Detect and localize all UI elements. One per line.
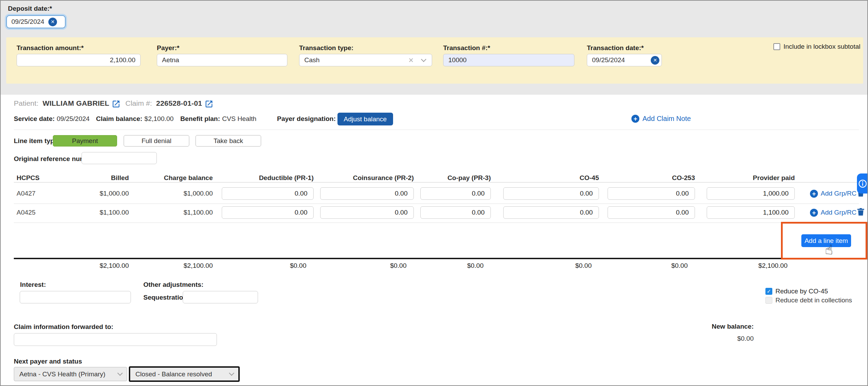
reduce-co45-row: ✓ Reduce by CO-45 — [765, 288, 828, 295]
payer-input[interactable] — [157, 54, 287, 66]
header-co45: CO-45 — [491, 174, 599, 182]
provider-paid-input[interactable] — [707, 206, 795, 219]
total-co45: $0.00 — [491, 262, 599, 270]
patient-name: WILLIAM GABRIEL — [42, 99, 109, 107]
header-hcpcs: HCPCS — [17, 174, 65, 182]
transaction-date-label: Transaction date:* — [587, 44, 644, 52]
transaction-number-input[interactable] — [443, 54, 574, 66]
chevron-down-icon — [117, 370, 123, 376]
chevron-down-icon — [421, 57, 427, 62]
service-date: Service date:09/25/2024 — [14, 115, 89, 123]
add-claim-note-link[interactable]: + Add Claim Note — [631, 115, 691, 123]
help-tab-button[interactable] — [857, 173, 867, 194]
deductible-input[interactable] — [222, 206, 314, 219]
total-coinsurance: $0.00 — [314, 262, 414, 270]
adjust-balance-button[interactable]: Adjust balance — [337, 113, 393, 125]
reduce-co45-label: Reduce by CO-45 — [775, 288, 828, 295]
lockbox-checkbox[interactable] — [773, 43, 780, 50]
transaction-number-label: Transaction #:* — [443, 44, 490, 52]
forwarded-label: Claim information forwarded to: — [14, 323, 113, 331]
open-claim-icon[interactable] — [204, 100, 213, 110]
claim-number-label: Claim #: — [125, 99, 152, 107]
charge-balance-amount: $1,000.00 — [129, 190, 213, 197]
original-reference-input[interactable] — [82, 152, 157, 164]
total-charge-balance: $2,100.00 — [129, 262, 213, 270]
row-divider — [14, 223, 859, 223]
info-icon — [858, 179, 867, 188]
reduce-debt-checkbox[interactable] — [765, 297, 772, 304]
next-payer-select[interactable]: Aetna - CVS Health (Primary) — [14, 367, 127, 381]
interest-label: Interest: — [20, 281, 46, 289]
clear-deposit-date-icon[interactable]: ✕ — [48, 18, 57, 26]
transaction-bar: Transaction amount:* Payer:* Transaction… — [6, 37, 863, 84]
total-billed: $2,100.00 — [65, 262, 129, 270]
transaction-date-input[interactable]: 09/25/2024 ✕ — [587, 54, 662, 66]
claim-card: Patient: WILLIAM GABRIEL Claim #: 226528… — [1, 95, 868, 386]
claim-info-row: Service date:09/25/2024 Claim balance:$2… — [1, 113, 868, 126]
open-patient-icon[interactable] — [112, 100, 121, 110]
line-item-type-full-denial[interactable]: Full denial — [124, 135, 189, 147]
co45-input[interactable] — [503, 206, 599, 219]
next-payer-value: Aetna - CVS Health (Primary) — [19, 370, 105, 378]
header-deductible: Deductible (PR-1) — [213, 174, 314, 182]
deposit-date-input[interactable] — [7, 16, 48, 27]
new-balance-label: New balance: — [712, 323, 754, 330]
total-deductible: $0.00 — [213, 262, 314, 270]
copay-input[interactable] — [420, 187, 491, 200]
reduce-debt-row: Reduce debt in collections — [765, 296, 852, 304]
clear-type-icon[interactable]: ✕ — [408, 56, 414, 64]
coinsurance-input[interactable] — [320, 206, 414, 219]
hcpcs-code: A0427 — [17, 190, 65, 197]
plus-icon: + — [810, 190, 818, 198]
transaction-amount-input[interactable] — [17, 54, 141, 66]
header-underline — [14, 182, 859, 182]
deposit-date-field[interactable]: ✕ — [6, 15, 66, 28]
billed-amount: $1,100.00 — [65, 209, 129, 216]
patient-row: Patient: WILLIAM GABRIEL — [14, 97, 121, 109]
delete-row-icon[interactable] — [856, 207, 865, 218]
sequestration-input[interactable] — [183, 291, 258, 303]
header-coinsurance: Coinsurance (PR-2) — [314, 174, 414, 182]
plus-icon: + — [631, 115, 639, 123]
transaction-type-select[interactable]: Cash ✕ — [299, 54, 432, 66]
add-grp-rc-link[interactable]: + Add Grp/RC — [810, 190, 856, 198]
lockbox-checkbox-row: Include in lockbox subtotal — [773, 43, 860, 50]
line-item-type-payment[interactable]: Payment — [53, 135, 117, 147]
claim-number: 226528-01-01 — [156, 99, 202, 107]
co253-input[interactable] — [608, 187, 695, 200]
next-payer-label: Next payer and status — [14, 358, 82, 365]
other-adjustments-label: Other adjustments: — [143, 281, 203, 289]
coinsurance-input[interactable] — [320, 187, 414, 200]
chevron-down-icon — [229, 370, 235, 376]
add-grp-rc-link[interactable]: + Add Grp/RC — [810, 209, 856, 217]
interest-input[interactable] — [20, 291, 131, 303]
header-co253: CO-253 — [599, 174, 695, 182]
table-row: A0425 $1,100.00 $1,100.00 + Add Grp/RC — [17, 203, 859, 223]
transaction-amount-label: Transaction amount:* — [17, 44, 84, 52]
deposit-date-label: Deposit date:* — [8, 5, 52, 12]
new-balance-value: $0.00 — [685, 335, 754, 342]
header-provider-paid: Provider paid — [695, 174, 795, 182]
table-header-row: HCPCS Billed Charge balance Deductible (… — [17, 173, 859, 182]
claim-payment-screen: Deposit date:* ✕ Transaction amount:* Pa… — [0, 0, 868, 386]
reduce-debt-label: Reduce debt in collections — [775, 296, 852, 304]
deductible-input[interactable] — [222, 187, 314, 200]
total-copay: $0.00 — [414, 262, 491, 270]
claim-status-select[interactable]: Closed - Balance resolved — [129, 366, 240, 382]
divider — [14, 130, 859, 130]
claim-number-row: Claim #: 226528-01-01 — [125, 97, 213, 109]
co253-input[interactable] — [608, 206, 695, 219]
clear-transaction-date-icon[interactable]: ✕ — [651, 56, 659, 65]
forwarded-input[interactable] — [14, 333, 217, 346]
hcpcs-code: A0425 — [17, 209, 65, 216]
patient-label: Patient: — [14, 99, 38, 107]
provider-paid-input[interactable] — [707, 187, 795, 200]
cursor-hand-icon: ☝ — [825, 242, 833, 257]
co45-input[interactable] — [503, 187, 599, 200]
plus-icon: + — [810, 209, 818, 217]
reduce-co45-checkbox[interactable]: ✓ — [765, 288, 772, 295]
claim-status-value: Closed - Balance resolved — [135, 370, 212, 378]
line-item-type-take-back[interactable]: Take back — [195, 135, 261, 147]
header-billed: Billed — [65, 174, 129, 182]
copay-input[interactable] — [420, 206, 491, 219]
